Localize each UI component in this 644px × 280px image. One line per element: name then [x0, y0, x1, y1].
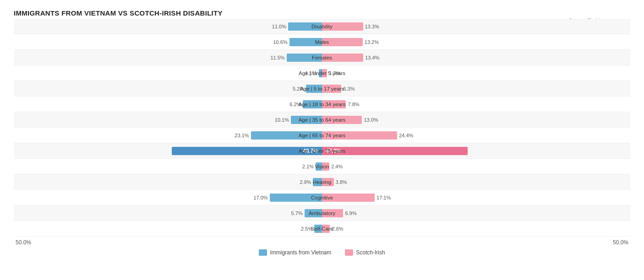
- table-row: 10.6% Males 13.2%: [14, 34, 630, 50]
- table-row: 2.5% Self-Care 2.6%: [14, 221, 630, 237]
- legend: Immigrants from Vietnam Scotch-Irish: [14, 249, 630, 256]
- chart-area: 11.0% Disability 13.3% 10.6% Males 13.2%: [14, 19, 630, 256]
- right-value: 6.9%: [345, 210, 356, 216]
- left-value: 2.1%: [302, 164, 314, 169]
- legend-label-vietnam: Immigrants from Vietnam: [270, 249, 331, 256]
- table-row: 11.0% Disability 13.3%: [14, 19, 630, 34]
- legend-swatch-blue: [259, 249, 267, 256]
- left-value: 2.9%: [300, 179, 311, 185]
- left-value: 10.1%: [275, 117, 289, 123]
- chart-title: IMMIGRANTS FROM VIETNAM VS SCOTCH-IRISH …: [14, 9, 630, 17]
- table-row: 6.2% Age | 18 to 34 years 7.8%: [14, 97, 630, 112]
- left-value: 17.0%: [253, 195, 267, 200]
- table-row: 10.1% Age | 35 to 64 years 13.0%: [14, 112, 630, 128]
- table-row: 1.1% Age | Under 5 years 1.7%: [14, 65, 630, 81]
- row-label: Females: [312, 55, 332, 60]
- axis-row: 50.0% 50.0%: [14, 239, 630, 246]
- right-value: 24.4%: [399, 133, 413, 138]
- table-row: 2.1% Vision 2.4%: [14, 159, 630, 174]
- row-label: Cognitive: [311, 195, 333, 200]
- left-value: 10.6%: [273, 39, 287, 45]
- row-label: Age | 65 to 74 years: [299, 133, 346, 138]
- right-value: 2.6%: [332, 226, 343, 232]
- right-value: 13.0%: [364, 117, 378, 123]
- left-value: 5.7%: [291, 210, 303, 216]
- right-value: 13.2%: [365, 39, 379, 45]
- legend-swatch-pink: [345, 249, 353, 256]
- table-row: 5.7% Ambulatory 6.9%: [14, 205, 630, 221]
- row-label: Males: [315, 39, 329, 45]
- chart-rows: 11.0% Disability 13.3% 10.6% Males 13.2%: [14, 19, 630, 237]
- row-label: Age | 35 to 64 years: [299, 117, 346, 123]
- legend-label-scotch: Scotch-Irish: [356, 249, 385, 256]
- left-value: 11.0%: [272, 24, 286, 29]
- row-label: Age | 18 to 34 years: [299, 102, 346, 107]
- right-value: 3.8%: [336, 179, 347, 185]
- right-value: 17.1%: [377, 195, 391, 200]
- row-label: Disability: [311, 24, 333, 29]
- right-value: 6.3%: [343, 86, 355, 92]
- left-value: 11.5%: [270, 55, 284, 60]
- table-row: 11.5% Females 13.4%: [14, 50, 630, 65]
- right-value: 2.4%: [331, 164, 343, 169]
- right-value: 13.4%: [365, 55, 379, 60]
- row-label: Vision: [315, 164, 329, 169]
- axis-right: 50.0%: [322, 239, 630, 246]
- row-label: Age | 5 to 17 years: [300, 86, 344, 92]
- row-label: Age | Over 75 years: [299, 148, 345, 154]
- legend-item-vietnam: Immigrants from Vietnam: [259, 249, 331, 256]
- table-row: 5.2% Age | 5 to 17 years 6.3%: [14, 81, 630, 97]
- row-label: Hearing: [313, 179, 331, 185]
- table-row: 48.7% Age | Over 75 years 47.3%: [14, 143, 630, 159]
- left-value: 23.1%: [235, 133, 249, 138]
- right-value: 7.8%: [348, 102, 359, 107]
- row-label: Age | Under 5 years: [299, 70, 345, 76]
- table-row: 17.0% Cognitive 17.1%: [14, 190, 630, 205]
- table-row: 2.9% Hearing 3.8%: [14, 174, 630, 190]
- legend-item-scotch: Scotch-Irish: [345, 249, 385, 256]
- row-label: Ambulatory: [309, 210, 335, 216]
- axis-left: 50.0%: [14, 239, 322, 246]
- table-row: 23.1% Age | 65 to 74 years 24.4%: [14, 128, 630, 143]
- row-label: Self-Care: [311, 226, 333, 232]
- right-value: 13.3%: [365, 24, 379, 29]
